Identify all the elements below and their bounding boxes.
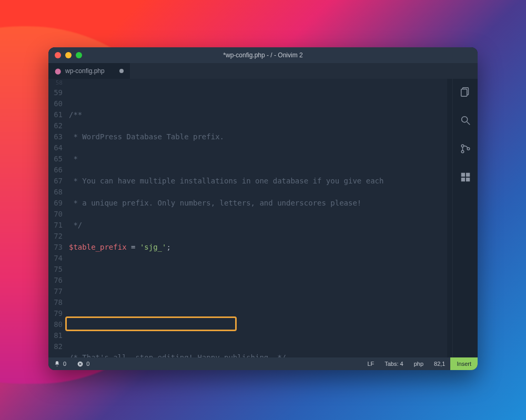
activity-bar (452, 79, 478, 357)
editor-window: *wp-config.php - / - Onivim 2 ⬤ wp-confi… (48, 47, 478, 370)
file-type-icon: ⬤ (55, 68, 61, 75)
svg-rect-10 (466, 178, 469, 181)
zoom-window-button[interactable] (76, 52, 82, 58)
svg-point-5 (461, 150, 464, 153)
error-icon (77, 361, 84, 367)
svg-rect-7 (461, 173, 464, 177)
notifications-button[interactable]: 0 (48, 357, 72, 370)
scm-icon[interactable] (460, 143, 471, 157)
line-number-gutter: 58 59 60 61 62 63 64 65 66 67 68 69 70 7… (48, 79, 67, 357)
extensions-icon[interactable] (460, 171, 471, 185)
code-editor[interactable]: 58 59 60 61 62 63 64 65 66 67 68 69 70 7… (48, 79, 452, 357)
highlight-annotation (65, 316, 237, 331)
bell-icon (54, 361, 60, 367)
close-window-button[interactable] (55, 52, 61, 58)
language-indicator[interactable]: php (409, 357, 429, 370)
tab-label: wp-config.php (65, 67, 105, 75)
problems-button[interactable]: 0 (72, 357, 95, 370)
svg-point-2 (461, 117, 467, 122)
svg-rect-8 (466, 173, 469, 177)
titlebar[interactable]: *wp-config.php - / - Onivim 2 (48, 47, 478, 63)
code-content[interactable]: /** * WordPress Database Table prefix. *… (67, 79, 447, 357)
search-icon[interactable] (460, 115, 471, 128)
minimize-window-button[interactable] (65, 52, 72, 58)
svg-rect-9 (461, 178, 464, 181)
dirty-indicator-icon (119, 69, 124, 73)
status-bar: 0 0 LF Tabs: 4 php 82,1 Insert (48, 357, 478, 370)
svg-point-4 (461, 145, 464, 147)
files-icon[interactable] (460, 86, 471, 100)
traffic-lights (55, 52, 82, 58)
vertical-scrollbar[interactable] (447, 79, 452, 357)
eol-indicator[interactable]: LF (362, 357, 379, 370)
svg-rect-1 (461, 89, 467, 97)
indent-indicator[interactable]: Tabs: 4 (379, 357, 408, 370)
vim-mode-indicator: Insert (450, 357, 478, 370)
svg-point-6 (467, 148, 470, 150)
cursor-position[interactable]: 82,1 (429, 357, 450, 370)
tab-bar: ⬤ wp-config.php (48, 63, 478, 79)
window-title: *wp-config.php - / - Onivim 2 (48, 52, 478, 59)
svg-line-3 (467, 122, 470, 125)
tab-wp-config[interactable]: ⬤ wp-config.php (48, 63, 130, 79)
